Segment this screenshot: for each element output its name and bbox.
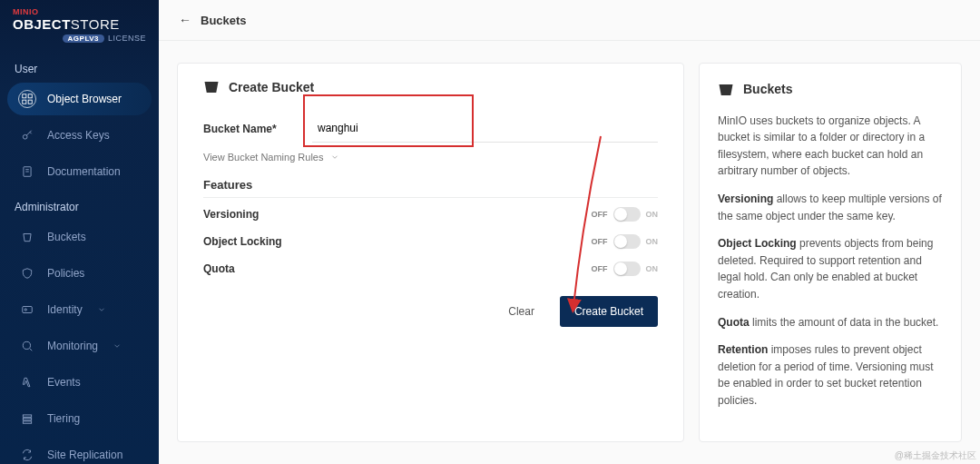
bucket-name-input[interactable] <box>312 114 658 143</box>
sidebar-item-label: Documentation <box>47 165 121 178</box>
logo: MINIO OBJECTSTORE AGPLV3LICENSE <box>0 0 159 52</box>
help-panel: Buckets MinIO uses buckets to organize o… <box>699 63 962 442</box>
toggle-off-label: OFF <box>592 264 608 273</box>
chevron-down-icon <box>113 341 122 350</box>
create-bucket-button[interactable]: Create Bucket <box>560 296 658 327</box>
bucket-icon <box>718 83 734 97</box>
svg-rect-2 <box>23 100 26 104</box>
sidebar-item-label: Events <box>47 376 81 389</box>
object-locking-toggle[interactable] <box>613 234 641 249</box>
sidebar-item-label: Policies <box>47 267 84 280</box>
clear-button[interactable]: Clear <box>499 298 544 325</box>
sidebar-item-identity[interactable]: Identity <box>5 293 153 326</box>
section-user: User <box>0 52 159 81</box>
bucket-name-label: Bucket Name* <box>203 123 312 135</box>
monitor-icon <box>18 337 36 355</box>
replication-icon <box>18 446 36 464</box>
features-header: Features <box>203 178 658 198</box>
help-text-retention: Retention imposes rules to prevent objec… <box>718 341 943 409</box>
chevron-down-icon <box>97 305 106 314</box>
feature-versioning-row: Versioning OFF ON <box>203 198 658 225</box>
main: ← Buckets Create Bucket Bucket Name* <box>159 0 980 464</box>
id-icon <box>18 301 36 319</box>
feature-quota-row: Quota OFF ON <box>203 252 658 280</box>
sidebar-item-access-keys[interactable]: Access Keys <box>5 119 153 152</box>
svg-rect-9 <box>23 415 31 417</box>
help-text-object-locking: Object Locking prevents objects from bei… <box>718 235 943 302</box>
sidebar-item-policies[interactable]: Policies <box>5 257 153 290</box>
svg-rect-3 <box>28 100 32 104</box>
sidebar-item-label: Identity <box>47 303 83 316</box>
lambda-icon <box>18 373 36 391</box>
shield-icon <box>18 264 36 282</box>
doc-icon <box>18 163 36 181</box>
sidebar-item-label: Site Replication <box>47 449 122 461</box>
toggle-off-label: OFF <box>592 210 608 219</box>
toggle-off-label: OFF <box>592 237 608 246</box>
back-arrow-icon[interactable]: ← <box>179 13 191 27</box>
help-text-versioning: Versioning allows to keep multiple versi… <box>718 191 943 224</box>
svg-rect-11 <box>23 421 31 423</box>
sidebar-item-object-browser[interactable]: Object Browser <box>7 83 152 115</box>
toggle-on-label: ON <box>646 237 659 246</box>
topbar: ← Buckets <box>159 0 980 41</box>
sidebar-item-documentation[interactable]: Documentation <box>5 155 153 188</box>
quota-toggle[interactable] <box>613 262 641 276</box>
sidebar-item-label: Monitoring <box>47 340 98 352</box>
panel-title: Create Bucket <box>203 80 658 94</box>
feature-label: Quota <box>203 262 235 275</box>
svg-point-4 <box>23 134 27 139</box>
bucket-icon <box>18 228 36 246</box>
toggle-on-label: ON <box>646 264 659 273</box>
svg-rect-1 <box>28 94 32 98</box>
sidebar-item-label: Access Keys <box>47 129 110 142</box>
logo-subtitle: AGPLV3LICENSE <box>13 34 146 43</box>
toggle-on-label: ON <box>646 210 659 219</box>
sidebar-item-events[interactable]: Events <box>5 366 153 399</box>
svg-point-8 <box>23 341 30 349</box>
key-icon <box>18 126 36 144</box>
chevron-down-icon <box>330 153 339 162</box>
feature-label: Object Locking <box>203 235 282 248</box>
sidebar: MINIO OBJECTSTORE AGPLV3LICENSE User Obj… <box>0 0 159 464</box>
license-badge: AGPLV3 <box>63 35 104 43</box>
bucket-icon <box>203 80 220 94</box>
help-text-intro: MinIO uses buckets to organize objects. … <box>718 113 943 180</box>
sidebar-item-monitoring[interactable]: Monitoring <box>5 330 153 362</box>
tier-icon <box>18 410 36 428</box>
create-bucket-panel: Create Bucket Bucket Name* View Bucket N… <box>177 63 684 442</box>
sidebar-item-buckets[interactable]: Buckets <box>5 221 153 253</box>
sidebar-item-label: Tiering <box>47 412 80 425</box>
feature-label: Versioning <box>203 208 259 221</box>
sidebar-item-label: Buckets <box>47 231 86 243</box>
logo-brand: MINIO <box>13 7 146 16</box>
watermark: @稀土掘金技术社区 <box>895 449 976 462</box>
logo-title: OBJECTSTORE <box>13 16 146 32</box>
svg-rect-6 <box>23 307 33 313</box>
help-text-quota: Quota limits the amount of data in the b… <box>718 314 943 331</box>
sidebar-item-label: Object Browser <box>47 93 122 105</box>
svg-rect-10 <box>23 418 31 420</box>
naming-rules-link[interactable]: View Bucket Naming Rules <box>203 152 339 163</box>
svg-point-7 <box>24 309 26 311</box>
breadcrumb[interactable]: Buckets <box>201 14 247 27</box>
feature-object-locking-row: Object Locking OFF ON <box>203 225 658 252</box>
sidebar-item-site-replication[interactable]: Site Replication <box>5 439 153 464</box>
sidebar-item-tiering[interactable]: Tiering <box>5 402 153 435</box>
help-title: Buckets <box>718 80 943 100</box>
svg-rect-0 <box>23 94 26 98</box>
grid-icon <box>18 90 36 108</box>
section-admin: Administrator <box>0 190 159 219</box>
versioning-toggle[interactable] <box>613 207 641 222</box>
